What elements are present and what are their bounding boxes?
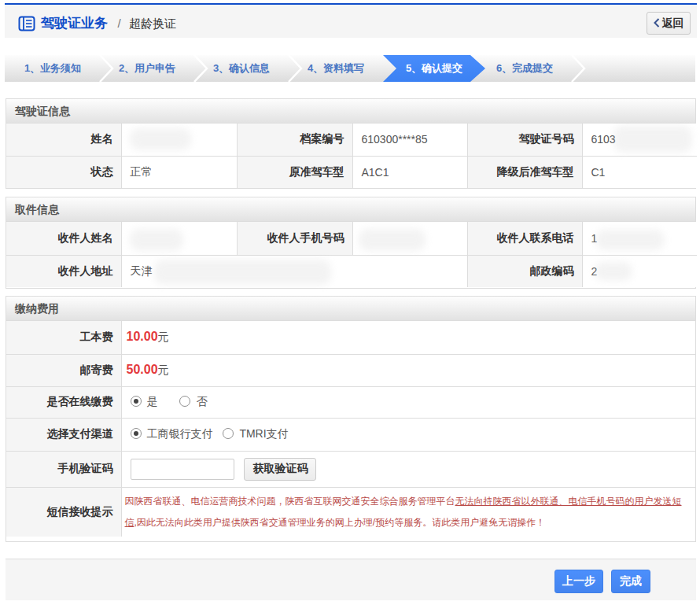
channel-options: 工商银行支付 TMRI支付 bbox=[121, 418, 695, 451]
fee1-unit: 元 bbox=[158, 330, 169, 343]
redaction-blur-mobile bbox=[359, 229, 426, 251]
payment-title: 缴纳费用 bbox=[6, 297, 695, 321]
down-class-value: C1 bbox=[582, 156, 697, 188]
page-subtitle: 超龄换证 bbox=[129, 17, 176, 30]
table-row: 短信接收提示 因陕西省联通、电信运营商技术问题，陕西省互联网交通安全综合服务管理… bbox=[6, 487, 695, 537]
license-info-section: 驾驶证信息 姓名 档案编号 610300****85 驾驶证号码 6103 状态… bbox=[6, 98, 696, 189]
archive-no-value: 610300****85 bbox=[352, 124, 467, 156]
channel-tmri-label: TMRI支付 bbox=[239, 427, 288, 440]
sms-notice-line2: 信,因此无法向此类用户提供陕西省交通管理业务的网上办理/预约等服务。请此类用户避… bbox=[125, 512, 696, 533]
payment-table: 工本费 10.00元 邮寄费 50.00元 是否在线缴费 是 否 选择支付渠道 bbox=[6, 321, 695, 537]
back-chevron-icon bbox=[654, 18, 660, 28]
table-row: 状态 正常 原准驾车型 A1C1 降级后准驾车型 C1 bbox=[6, 156, 697, 188]
sms-notice-line1: 因陕西省联通、电信运营商技术问题，陕西省互联网交通安全综合服务管理平台无法向持陕… bbox=[125, 491, 696, 512]
breadcrumb-divider: / bbox=[117, 17, 120, 30]
postcode-label: 邮政编码 bbox=[467, 255, 582, 287]
table-row: 收件人地址 天津 邮政编码 2 bbox=[6, 255, 697, 287]
sms-code-cell: 获取验证码 bbox=[121, 451, 695, 487]
online-no-label: 否 bbox=[196, 395, 207, 408]
page-title: 驾驶证业务 bbox=[41, 16, 108, 31]
step-3: 3、确认信息 bbox=[194, 55, 289, 82]
fee2-amount: 50.00 bbox=[127, 363, 158, 376]
redaction-blur-address bbox=[154, 260, 331, 285]
table-row: 姓名 档案编号 610300****85 驾驶证号码 6103 bbox=[6, 124, 697, 156]
archive-no-label: 档案编号 bbox=[237, 124, 352, 156]
prev-step-button[interactable]: 上一步 bbox=[554, 570, 603, 593]
status-label: 状态 bbox=[6, 156, 121, 188]
table-row: 手机验证码 获取验证码 bbox=[6, 451, 695, 487]
step-2: 2、用户申告 bbox=[100, 55, 194, 82]
pickup-info-title: 取件信息 bbox=[6, 197, 695, 222]
table-row: 收件人姓名 收件人手机号码 收件人联系电话 1 bbox=[6, 222, 697, 255]
fee2-unit: 元 bbox=[158, 363, 169, 376]
down-class-label: 降级后准驾车型 bbox=[467, 156, 582, 188]
online-pay-label: 是否在线缴费 bbox=[6, 386, 121, 418]
fee1-label: 工本费 bbox=[6, 321, 121, 354]
recipient-phone-label: 收件人联系电话 bbox=[467, 222, 582, 255]
online-pay-options: 是 否 bbox=[121, 386, 695, 418]
breadcrumb: 驾驶证业务 / 超龄换证 bbox=[41, 7, 176, 40]
table-row: 工本费 10.00元 bbox=[6, 321, 695, 354]
redaction-blur-postcode bbox=[595, 262, 632, 281]
get-code-button[interactable]: 获取验证码 bbox=[244, 458, 316, 481]
online-yes-label: 是 bbox=[147, 395, 158, 408]
redaction-blur-recipient-name bbox=[130, 229, 183, 251]
sms-notice-cell: 因陕西省联通、电信运营商技术问题，陕西省互联网交通安全综合服务管理平台无法向持陕… bbox=[121, 487, 695, 537]
online-no-radio[interactable] bbox=[179, 396, 190, 407]
status-value: 正常 bbox=[121, 156, 237, 188]
redaction-blur-license-no bbox=[613, 126, 692, 153]
online-yes-radio[interactable] bbox=[131, 396, 142, 407]
channel-icbc-label: 工商银行支付 bbox=[147, 427, 213, 440]
fee2-value: 50.00元 bbox=[121, 354, 695, 386]
channel-label: 选择支付渠道 bbox=[6, 418, 121, 451]
pickup-info-table: 收件人姓名 收件人手机号码 收件人联系电话 1 收件人地址 天津 邮政编码 2 bbox=[6, 222, 697, 287]
license-no-label: 驾驶证号码 bbox=[467, 124, 582, 156]
channel-icbc-radio[interactable] bbox=[131, 428, 142, 439]
table-row: 是否在线缴费 是 否 bbox=[6, 386, 695, 418]
pickup-info-section: 取件信息 收件人姓名 收件人手机号码 收件人联系电话 1 收件人地址 天津 邮政… bbox=[6, 197, 696, 289]
redaction-blur-name bbox=[130, 128, 191, 150]
license-info-title: 驾驶证信息 bbox=[6, 99, 695, 124]
footer-bar: 上一步 完成 bbox=[6, 559, 696, 600]
sms-code-input[interactable] bbox=[131, 459, 234, 480]
channel-tmri-radio[interactable] bbox=[223, 428, 234, 439]
step-progress-bar: 1、业务须知 2、用户申告 3、确认信息 4、资料填写 5、确认提交 6、完成提… bbox=[5, 55, 695, 82]
license-info-table: 姓名 档案编号 610300****85 驾驶证号码 6103 状态 正常 原准… bbox=[6, 124, 697, 188]
fee2-label: 邮寄费 bbox=[6, 354, 121, 386]
recipient-address-label: 收件人地址 bbox=[6, 255, 121, 287]
sms-notice-label: 短信接收提示 bbox=[6, 487, 121, 537]
page: 驾驶证业务 / 超龄换证 返回 1、业务须知 2、用户申告 3、确认信息 4、资… bbox=[0, 0, 700, 605]
back-button-label: 返回 bbox=[662, 17, 684, 29]
recipient-name-label: 收件人姓名 bbox=[6, 222, 121, 255]
page-header: 驾驶证业务 / 超龄换证 返回 bbox=[5, 3, 697, 38]
step-6: 6、完成提交 bbox=[477, 55, 572, 82]
step-4: 4、资料填写 bbox=[289, 55, 383, 82]
step-1: 1、业务须知 bbox=[6, 55, 100, 82]
payment-section: 缴纳费用 工本费 10.00元 邮寄费 50.00元 是否在线缴费 是 否 bbox=[6, 296, 696, 542]
redaction-blur-phone bbox=[595, 230, 665, 250]
table-row: 邮寄费 50.00元 bbox=[6, 354, 695, 386]
license-menu-icon bbox=[18, 15, 35, 32]
recipient-mobile-label: 收件人手机号码 bbox=[237, 222, 352, 255]
fee1-value: 10.00元 bbox=[121, 321, 695, 354]
name-label: 姓名 bbox=[6, 124, 121, 156]
step-5-active: 5、确认提交 bbox=[383, 55, 485, 82]
done-button[interactable]: 完成 bbox=[611, 570, 650, 593]
back-button[interactable]: 返回 bbox=[647, 12, 691, 35]
fee1-amount: 10.00 bbox=[127, 330, 158, 343]
table-row: 选择支付渠道 工商银行支付 TMRI支付 bbox=[6, 418, 695, 451]
orig-class-value: A1C1 bbox=[352, 156, 467, 188]
orig-class-label: 原准驾车型 bbox=[237, 156, 352, 188]
sms-code-label: 手机验证码 bbox=[6, 451, 121, 487]
